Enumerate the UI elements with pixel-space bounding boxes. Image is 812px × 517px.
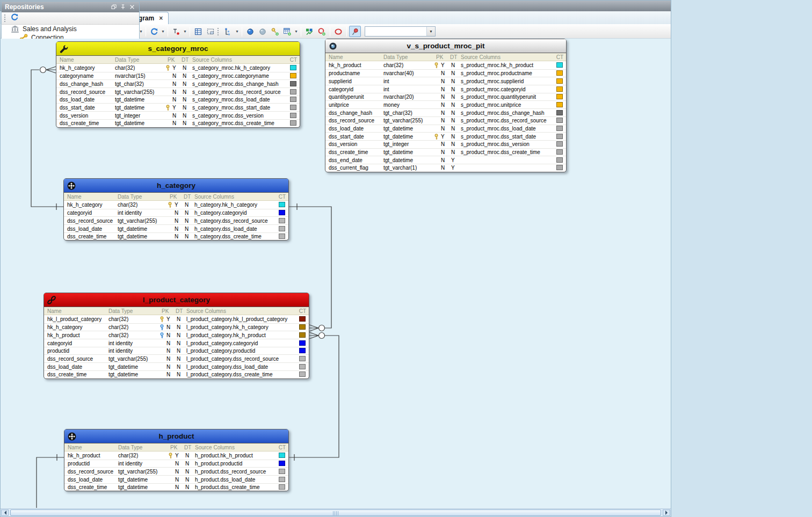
attribute-row-dss_load_date[interactable]: dss_load_datetgt_datetimeNNh_product.dss… [64, 475, 288, 483]
attribute-row-dss_load_date[interactable]: dss_load_datetgt_datetimeNNs_product_mro… [325, 125, 566, 133]
attribute-name: dss_create_time [60, 120, 99, 126]
attribute-source: s_product_mroc.dss_version [461, 141, 530, 147]
sphere-button[interactable] [257, 26, 269, 37]
attribute-row-dss_end_date[interactable]: dss_end_datetgt_datetimeNY [325, 156, 566, 164]
dt-flag: N [177, 324, 180, 330]
entity-header[interactable]: s_category_mroc [56, 42, 300, 56]
attribute-row-dss_create_time[interactable]: dss_create_timetgt_datetimeNNl_product_c… [44, 370, 309, 378]
attribute-row-supplierid[interactable]: supplieridintNNs_product_mroc.supplierid [325, 77, 566, 85]
marquee-select-button[interactable] [205, 26, 216, 37]
entity-table-h_product[interactable]: h_productNameData TypePKDTSource Columns… [64, 429, 289, 491]
attribute-row-dss_start_date[interactable]: dss_start_datetgt_datetimeYNs_category_m… [56, 103, 300, 111]
entity-table-s_category_mroc[interactable]: s_category_mrocNameData TypePKDTSource C… [56, 41, 300, 128]
ellipse-tool-button[interactable] [332, 26, 344, 37]
attribute-row-categoryid[interactable]: categoryidint identityNNh_category.categ… [64, 209, 288, 217]
attribute-row-dss_version[interactable]: dss_versiontgt_integerNNs_product_mroc.d… [325, 140, 566, 148]
ct-color-swatch [556, 102, 563, 107]
dropdown-caret-icon[interactable]: ▼ [183, 26, 187, 37]
ct-color-swatch [290, 73, 296, 78]
attribute-row-dss_record_source[interactable]: dss_record_sourcetgt_varchar(255)NNs_cat… [56, 88, 300, 96]
attribute-name: unitprice [329, 102, 349, 108]
add-table-button[interactable] [281, 26, 293, 37]
entity-header[interactable]: l_product_category [44, 293, 309, 307]
attribute-row-hk_h_product[interactable]: hk_h_productchar(32)NNl_product_category… [44, 331, 309, 339]
ct-color-swatch [556, 126, 563, 131]
attribute-row-dss_current_flag[interactable]: dss_current_flagtgt_varchar(1)NY [325, 164, 566, 172]
attribute-row-quantityperunit[interactable]: quantityperunitnvarchar(20)NNs_product_m… [325, 93, 566, 101]
ct-color-swatch [299, 324, 306, 330]
attribute-row-dss_load_date[interactable]: dss_load_datetgt_datetimeNNh_category.ds… [64, 224, 288, 232]
attribute-row-hk_l_product_category[interactable]: hk_l_product_categorychar(32)YNl_product… [44, 315, 309, 323]
attribute-row-dss_record_source[interactable]: dss_record_sourcetgt_varchar(255)NNl_pro… [44, 354, 309, 362]
scrollbar-thumb[interactable] [10, 509, 661, 516]
attribute-name: dss_start_date [60, 105, 95, 111]
attribute-row-hk_h_product[interactable]: hk_h_productchar(32)YNs_product_mroc.hk_… [325, 61, 566, 69]
connector-style-button[interactable] [170, 26, 182, 37]
toolbar-combobox[interactable]: ▼ [365, 26, 436, 37]
column-header: Name [329, 54, 343, 60]
toolbar-grip[interactable] [4, 14, 6, 23]
entity-header[interactable]: h_category [64, 179, 288, 193]
entity-header[interactable]: h_product [64, 429, 288, 443]
dropdown-caret-icon[interactable]: ▼ [235, 26, 240, 37]
tree-item-sales-and-analysis[interactable]: Sales and Analysis [2, 25, 139, 33]
attribute-row-dss_start_date[interactable]: dss_start_datetgt_datetimeYNs_product_mr… [325, 132, 566, 140]
model-validate-button[interactable] [303, 26, 315, 37]
entity-table-v_s_product_mroc_pit[interactable]: v_s_product_mroc_pitNameData TypePKDTSou… [325, 39, 567, 172]
attribute-row-hk_h_category[interactable]: hk_h_categorychar(32)YNs_category_mroc.h… [56, 64, 300, 72]
pin-window-icon[interactable] [119, 3, 127, 11]
scroll-left-arrow[interactable] [1, 509, 9, 516]
workspace-hscrollbar[interactable] [1, 508, 671, 516]
pk-flag: N [166, 348, 170, 354]
dt-flag: N [185, 234, 189, 239]
attribute-datatype: tgt_datetime [383, 126, 413, 132]
pushpin-button[interactable] [349, 26, 361, 37]
attribute-row-dss_record_source[interactable]: dss_record_sourcetgt_varchar(255)NNs_pro… [325, 116, 566, 125]
attribute-row-dss_load_date[interactable]: dss_load_datetgt_datetimeNNs_category_mr… [56, 96, 300, 104]
attribute-row-dss_create_time[interactable]: dss_create_timetgt_datetimeNNs_category_… [56, 119, 300, 127]
column-header: CT [279, 445, 286, 450]
grid-view-button[interactable] [192, 26, 204, 37]
toolbar-grip[interactable] [217, 27, 220, 36]
attribute-row-categoryid[interactable]: categoryidintNNs_product_mroc.categoryid [325, 85, 566, 93]
attribute-row-productname[interactable]: productnamenvarchar(40)NNs_product_mroc.… [325, 69, 566, 77]
column-header: Data Type [118, 194, 142, 200]
attribute-row-hk_h_category[interactable]: hk_h_categorychar(32)YNh_category.hk_h_c… [64, 201, 288, 209]
attribute-row-hk_h_category[interactable]: hk_h_categorychar(32)NNl_product_categor… [44, 323, 309, 331]
attribute-row-dss_version[interactable]: dss_versiontgt_integerNNs_category_mroc.… [56, 111, 300, 119]
attribute-row-dss_record_source[interactable]: dss_record_sourcetgt_varchar(255)NNh_pro… [64, 467, 288, 475]
attribute-row-dss_create_time[interactable]: dss_create_timetgt_datetimeNNs_product_m… [325, 148, 566, 156]
dropdown-caret-icon[interactable]: ▼ [294, 26, 299, 37]
attribute-datatype: tgt_datetime [115, 105, 144, 111]
entity-header[interactable]: v_s_product_mroc_pit [325, 39, 566, 53]
diagram-canvas[interactable]: s_category_mrocNameData TypePKDTSource C… [1, 39, 671, 508]
attribute-row-categoryname[interactable]: categorynamenvarchar(15)NNs_category_mro… [56, 72, 300, 80]
refresh-button[interactable] [148, 26, 160, 37]
attribute-name: dss_change_hash [60, 81, 103, 87]
attribute-row-dss_create_time[interactable]: dss_create_timetgt_datetimeNNh_product.d… [64, 483, 288, 491]
add-circle-button[interactable] [316, 26, 328, 37]
tab-close-icon[interactable]: × [157, 14, 163, 22]
entity-table-l_product_category[interactable]: l_product_categoryNameData TypePKDTSourc… [44, 293, 309, 379]
entity-table-h_category[interactable]: h_categoryNameData TypePKDTSource Column… [63, 178, 289, 241]
attribute-row-dss_load_date[interactable]: dss_load_datetgt_datetimeNNl_product_cat… [44, 362, 309, 370]
dropdown-caret-icon[interactable]: ▼ [161, 26, 165, 37]
hierarchy-layout-button[interactable] [222, 26, 234, 37]
attribute-row-unitprice[interactable]: unitpricemoneyNNs_product_mroc.unitprice [325, 100, 566, 108]
combobox-caret-icon[interactable]: ▼ [426, 27, 435, 36]
add-key-button[interactable] [269, 26, 281, 37]
refresh-button[interactable] [9, 13, 20, 24]
lens-button[interactable] [244, 26, 256, 37]
attribute-row-dss_change_hash[interactable]: dss_change_hashtgt_char(32)NNs_category_… [56, 79, 300, 88]
attribute-row-productid[interactable]: productidint identityNNh_product.product… [64, 460, 288, 468]
attribute-row-dss_change_hash[interactable]: dss_change_hashtgt_char(32)NNs_product_m… [325, 108, 566, 116]
attribute-datatype: tgt_datetime [118, 234, 147, 239]
scroll-right-arrow[interactable] [663, 509, 670, 516]
attribute-row-categoryid[interactable]: categoryidint identityNNl_product_catego… [44, 339, 309, 347]
attribute-row-hk_h_product[interactable]: hk_h_productchar(32)YNh_product.hk_h_pro… [64, 452, 288, 460]
attribute-row-dss_record_source[interactable]: dss_record_sourcetgt_varchar(255)NNh_cat… [64, 216, 288, 224]
attribute-row-productid[interactable]: productidint identityNNl_product_categor… [44, 347, 309, 355]
attribute-row-dss_create_time[interactable]: dss_create_timetgt_datetimeNNh_category.… [64, 232, 288, 241]
float-window-icon[interactable] [110, 3, 118, 11]
close-panel-icon[interactable] [128, 3, 136, 11]
